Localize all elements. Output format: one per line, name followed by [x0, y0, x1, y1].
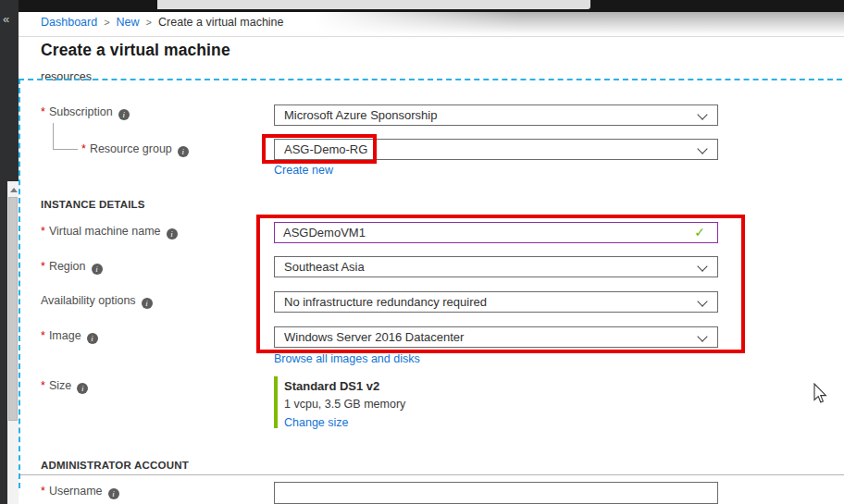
valid-check-icon: ✓ [694, 225, 705, 240]
breadcrumb-divider [19, 36, 844, 37]
vm-name-input[interactable] [274, 222, 718, 243]
clipped-resources-text: resources. [41, 70, 94, 83]
username-input[interactable] [274, 482, 718, 504]
info-icon[interactable]: i [87, 333, 98, 344]
required-asterisk: * [41, 379, 45, 392]
browse-images-link[interactable]: Browse all images and disks [274, 352, 420, 365]
size-specs: 1 vcpu, 3.5 GB memory [284, 398, 405, 411]
portal-sidebar-collapsed [0, 0, 19, 181]
availability-label: Availability optionsi [41, 294, 153, 309]
section-divider [19, 474, 844, 475]
region-dropdown[interactable]: Southeast Asia [274, 256, 718, 277]
page-title: Create a virtual machine [41, 41, 230, 60]
resource-group-value: ASG-Demo-RG [284, 142, 367, 156]
vm-name-label: *Virtual machine namei [41, 225, 178, 240]
chevron-down-icon [697, 143, 707, 154]
size-name: Standard DS1 v2 [284, 379, 379, 393]
subscription-value: Microsoft Azure Sponsorship [284, 108, 437, 122]
availability-value: No infrastructure redundancy required [284, 295, 487, 309]
change-size-link[interactable]: Change size [284, 416, 349, 429]
admin-account-header: ADMINISTRATOR ACCOUNT [41, 460, 189, 471]
breadcrumb-separator: > [146, 17, 152, 28]
info-icon[interactable]: i [108, 488, 119, 499]
username-label: *Usernamei [41, 485, 119, 499]
availability-dropdown[interactable]: No infrastructure redundancy required [274, 291, 718, 313]
image-value: Windows Server 2016 Datacenter [284, 330, 464, 344]
top-window-strip-segment [157, 0, 590, 9]
required-asterisk: * [41, 329, 45, 342]
info-icon[interactable]: i [118, 109, 130, 120]
info-icon[interactable]: i [77, 383, 88, 394]
hierarchy-connector [53, 149, 78, 150]
chevron-down-icon [697, 261, 707, 271]
breadcrumb: Dashboard>New>Create a virtual machine [41, 16, 284, 29]
region-label: *Regioni [41, 260, 103, 275]
create-new-link[interactable]: Create new [274, 164, 333, 177]
sidebar-collapse-icon[interactable]: « [3, 12, 9, 26]
azure-portal-screen: « Dashboard>New>Create a virtual machine… [0, 0, 844, 504]
required-asterisk: * [41, 225, 45, 238]
scrollbar-up-arrow-icon[interactable] [10, 188, 18, 192]
left-blade-edge [0, 181, 7, 504]
subscription-label: *Subscriptioni [41, 105, 130, 120]
info-icon[interactable]: i [92, 264, 103, 275]
breadcrumb-current: Create a virtual machine [158, 16, 283, 29]
region-value: Southeast Asia [284, 260, 365, 274]
mouse-cursor [813, 383, 827, 405]
resource-group-dropdown[interactable]: ASG-Demo-RG [274, 139, 718, 160]
required-asterisk: * [41, 485, 45, 498]
subscription-dropdown[interactable]: Microsoft Azure Sponsorship [274, 104, 718, 126]
required-asterisk: * [41, 105, 45, 118]
image-dropdown[interactable]: Windows Server 2016 Datacenter [274, 326, 718, 348]
breadcrumb-new[interactable]: New [117, 16, 140, 29]
hierarchy-connector [53, 123, 54, 150]
breadcrumb-separator: > [104, 17, 109, 28]
left-scrollbar-thumb[interactable] [8, 197, 18, 421]
chevron-down-icon [697, 109, 707, 119]
image-label: *Imagei [41, 329, 98, 344]
chevron-down-icon [697, 296, 707, 306]
vm-name-field-wrap: ✓ [274, 222, 718, 243]
chevron-down-icon [697, 331, 707, 341]
resource-group-label: *Resource groupi [81, 142, 189, 157]
required-asterisk: * [41, 260, 45, 273]
size-accent-bar [274, 376, 278, 428]
info-icon[interactable]: i [167, 228, 178, 240]
info-icon[interactable]: i [142, 298, 153, 309]
size-label: *Sizei [41, 379, 88, 394]
instance-details-header: INSTANCE DETAILS [41, 199, 145, 210]
required-asterisk: * [81, 142, 86, 155]
breadcrumb-dashboard[interactable]: Dashboard [41, 16, 97, 29]
info-icon[interactable]: i [178, 146, 189, 157]
